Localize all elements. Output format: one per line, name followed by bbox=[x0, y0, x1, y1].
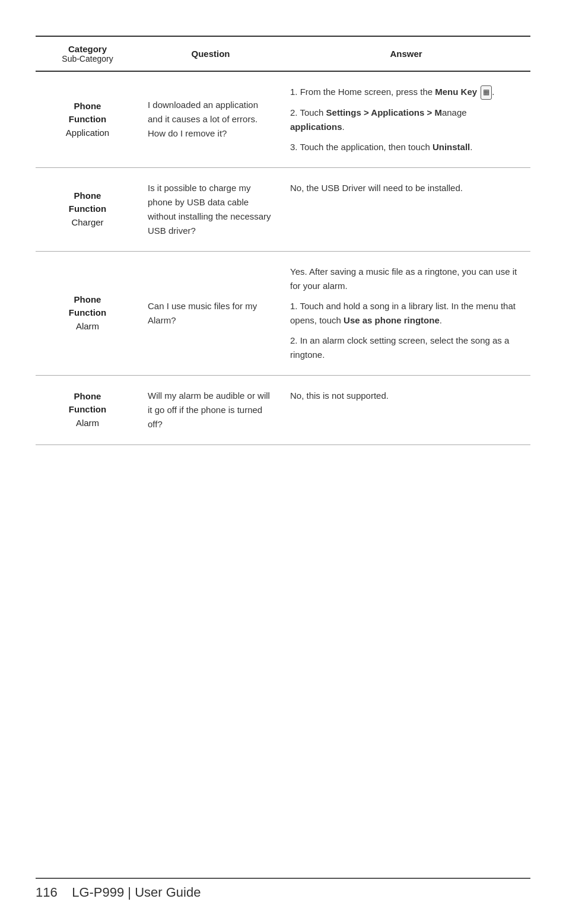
bold-uninstall: Uninstall bbox=[433, 142, 470, 152]
cat-sub1-1: Function bbox=[69, 114, 106, 124]
header-answer: Answer bbox=[282, 36, 530, 71]
cat-sub1-4: Function bbox=[69, 404, 106, 414]
table-header-row: Category Sub-Category Question Answer bbox=[36, 36, 530, 71]
footer-text: 116 LG-P999 | User Guide bbox=[36, 885, 201, 900]
answer-para-3a: Yes. After saving a music file as a ring… bbox=[290, 265, 522, 293]
menu-key-icon: ▦ bbox=[481, 85, 492, 99]
cat-main-2: Phone bbox=[74, 190, 101, 201]
bold-manage-apps: applications bbox=[290, 122, 342, 132]
answer-para-1a: 1. From the Home screen, press the Menu … bbox=[290, 85, 522, 100]
answer-para-1c: 3. Touch the application, then touch Uni… bbox=[290, 140, 522, 154]
category-cell-2: Phone Function Charger bbox=[36, 167, 139, 251]
cat-sub2-3: Alarm bbox=[76, 321, 99, 331]
main-table: Category Sub-Category Question Answer Ph… bbox=[36, 36, 530, 445]
question-text-2: Is it possible to charge my phone by USB… bbox=[148, 183, 271, 236]
answer-para-1b: 2. Touch Settings > Applications > Manag… bbox=[290, 106, 522, 134]
answer-cell-4: No, this is not supported. bbox=[282, 375, 530, 444]
cat-main-1: Phone bbox=[74, 101, 101, 111]
answer-para-3b: 1. Touch and hold a song in a library li… bbox=[290, 299, 522, 328]
page-title: LG-P999 | User Guide bbox=[72, 885, 201, 900]
header-subcategory-label: Sub-Category bbox=[42, 54, 133, 63]
page-footer: 116 LG-P999 | User Guide bbox=[36, 878, 530, 900]
cat-sub2-1: Application bbox=[66, 128, 109, 138]
bold-use-as-ringtone: Use as phone ringtone bbox=[344, 315, 440, 325]
header-answer-label: Answer bbox=[390, 49, 422, 59]
category-cell-1: Phone Function Application bbox=[36, 71, 139, 167]
page-container: Category Sub-Category Question Answer Ph… bbox=[0, 0, 566, 493]
bold-settings: Settings > Applications > M bbox=[326, 107, 442, 118]
cat-sub1-3: Function bbox=[69, 307, 106, 317]
table-row: Phone Function Alarm Can I use music fil… bbox=[36, 251, 530, 375]
question-text-1: I downloaded an application and it cause… bbox=[148, 100, 258, 138]
question-text-4: Will my alarm be audible or will it go o… bbox=[148, 390, 270, 429]
answer-para-3c: 2. In an alarm clock setting screen, sel… bbox=[290, 334, 522, 362]
table-row: Phone Function Charger Is it possible to… bbox=[36, 167, 530, 251]
question-cell-2: Is it possible to charge my phone by USB… bbox=[139, 167, 282, 251]
category-cell-4: Phone Function Alarm bbox=[36, 375, 139, 444]
answer-cell-3: Yes. After saving a music file as a ring… bbox=[282, 251, 530, 375]
cat-sub1-2: Function bbox=[69, 204, 106, 214]
table-row: Phone Function Application I downloaded … bbox=[36, 71, 530, 167]
header-question-label: Question bbox=[191, 49, 230, 59]
question-text-3: Can I use music files for my Alarm? bbox=[148, 301, 257, 325]
question-cell-3: Can I use music files for my Alarm? bbox=[139, 251, 282, 375]
category-cell-3: Phone Function Alarm bbox=[36, 251, 139, 375]
answer-text-4: No, this is not supported. bbox=[290, 390, 389, 401]
page-number: 116 bbox=[36, 885, 58, 900]
cat-sub2-2: Charger bbox=[71, 217, 103, 227]
bold-menu-key: Menu Key bbox=[435, 87, 477, 97]
cat-main-3: Phone bbox=[74, 294, 101, 304]
question-cell-1: I downloaded an application and it cause… bbox=[139, 71, 282, 167]
header-category-label: Category bbox=[68, 44, 107, 54]
question-cell-4: Will my alarm be audible or will it go o… bbox=[139, 375, 282, 444]
answer-cell-1: 1. From the Home screen, press the Menu … bbox=[282, 71, 530, 167]
cat-sub2-4: Alarm bbox=[76, 418, 99, 428]
answer-cell-2: No, the USB Driver will need to be insta… bbox=[282, 167, 530, 251]
header-category: Category Sub-Category bbox=[36, 36, 139, 71]
table-row: Phone Function Alarm Will my alarm be au… bbox=[36, 375, 530, 444]
answer-text-2: No, the USB Driver will need to be insta… bbox=[290, 183, 463, 193]
cat-main-4: Phone bbox=[74, 391, 101, 401]
header-question: Question bbox=[139, 36, 282, 71]
